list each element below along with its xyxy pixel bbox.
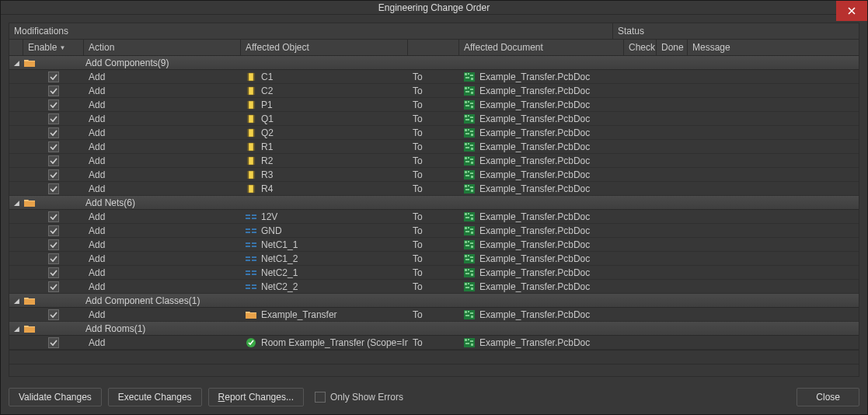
col-check[interactable]: Check bbox=[624, 40, 657, 55]
col-object[interactable]: Affected Object bbox=[241, 40, 408, 55]
col-enable[interactable]: Enable ▼ bbox=[23, 40, 84, 55]
svg-rect-18 bbox=[470, 103, 473, 104]
enable-checkbox[interactable] bbox=[48, 309, 59, 320]
object-name: R1 bbox=[261, 141, 273, 152]
report-changes-button[interactable]: Report Changes... bbox=[208, 388, 304, 406]
object-name: R2 bbox=[261, 155, 273, 166]
close-button[interactable]: Close bbox=[797, 388, 859, 406]
execute-changes-button[interactable]: Execute Changes bbox=[108, 388, 202, 406]
enable-checkbox[interactable] bbox=[48, 211, 59, 222]
enable-cell bbox=[23, 113, 84, 124]
svg-rect-41 bbox=[471, 148, 473, 150]
data-row[interactable]: AddR4ToExample_Transfer.PcbDoc bbox=[9, 182, 859, 196]
object-cell: Example_Transfer bbox=[241, 309, 408, 320]
svg-rect-107 bbox=[465, 339, 467, 341]
svg-rect-103 bbox=[465, 315, 469, 316]
group-row[interactable]: ◢Add Rooms(1) bbox=[9, 322, 859, 336]
svg-rect-3 bbox=[468, 73, 469, 75]
group-row[interactable]: ◢Add Component Classes(1) bbox=[9, 294, 859, 308]
svg-rect-62 bbox=[471, 190, 473, 192]
action-cell: Add bbox=[84, 141, 241, 152]
col-done[interactable]: Done bbox=[657, 40, 688, 55]
object-cell: NetC2_1 bbox=[241, 267, 408, 278]
window-title: Engineering Change Order bbox=[378, 2, 490, 13]
enable-checkbox[interactable] bbox=[48, 281, 59, 292]
enable-checkbox[interactable] bbox=[48, 85, 59, 96]
footer: Validate Changes Execute Changes Report … bbox=[1, 382, 867, 414]
svg-rect-40 bbox=[465, 147, 469, 148]
document-cell: Example_Transfer.PcbDoc bbox=[459, 253, 624, 264]
to-cell: To bbox=[408, 211, 459, 222]
validate-changes-button[interactable]: Validate Changes bbox=[9, 388, 102, 406]
close-window-button[interactable] bbox=[836, 1, 867, 21]
component-icon bbox=[246, 127, 256, 138]
data-row[interactable]: AddGNDToExample_Transfer.PcbDoc bbox=[9, 224, 859, 238]
svg-rect-42 bbox=[249, 157, 253, 165]
data-row[interactable]: AddR3ToExample_Transfer.PcbDoc bbox=[9, 168, 859, 182]
collapse-icon[interactable]: ◢ bbox=[12, 199, 20, 207]
group-row[interactable]: ◢Add Components(9) bbox=[9, 56, 859, 70]
data-row[interactable]: AddR1ToExample_Transfer.PcbDoc bbox=[9, 140, 859, 154]
svg-rect-32 bbox=[470, 131, 473, 132]
svg-rect-78 bbox=[470, 242, 473, 244]
data-row[interactable]: AddExample_TransferToExample_Transfer.Pc… bbox=[9, 308, 859, 322]
net-icon bbox=[246, 211, 256, 222]
enable-checkbox[interactable] bbox=[48, 337, 59, 348]
grid-body[interactable]: ◢Add Components(9)AddC1ToExample_Transfe… bbox=[9, 56, 859, 364]
net-icon bbox=[246, 239, 256, 250]
enable-checkbox[interactable] bbox=[48, 225, 59, 236]
enable-checkbox[interactable] bbox=[48, 71, 59, 82]
data-row[interactable]: AddQ1ToExample_Transfer.PcbDoc bbox=[9, 112, 859, 126]
col-action[interactable]: Action bbox=[84, 40, 241, 55]
data-row[interactable]: AddNetC1_2ToExample_Transfer.PcbDoc bbox=[9, 252, 859, 266]
data-row[interactable]: Add12VToExample_Transfer.PcbDoc bbox=[9, 210, 859, 224]
enable-checkbox[interactable] bbox=[48, 141, 59, 152]
pcbdoc-icon bbox=[464, 71, 475, 82]
enable-cell bbox=[23, 211, 84, 222]
enable-cell bbox=[23, 309, 84, 320]
enable-checkbox[interactable] bbox=[48, 155, 59, 166]
svg-rect-83 bbox=[468, 255, 469, 256]
enable-cell bbox=[23, 99, 84, 110]
svg-rect-56 bbox=[249, 185, 253, 193]
data-row[interactable]: AddC2ToExample_Transfer.PcbDoc bbox=[9, 84, 859, 98]
pcbdoc-icon bbox=[464, 113, 475, 124]
folder-icon bbox=[23, 197, 36, 208]
collapse-icon[interactable]: ◢ bbox=[12, 297, 20, 305]
data-row[interactable]: AddC1ToExample_Transfer.PcbDoc bbox=[9, 70, 859, 84]
enable-checkbox[interactable] bbox=[48, 253, 59, 264]
data-row[interactable]: AddNetC2_2ToExample_Transfer.PcbDoc bbox=[9, 280, 859, 294]
data-row[interactable]: AddRoom Example_Transfer (Scope=InComToE… bbox=[9, 336, 859, 350]
document-name: Example_Transfer.PcbDoc bbox=[479, 281, 590, 292]
component-icon bbox=[246, 113, 256, 124]
data-row[interactable]: AddNetC2_1ToExample_Transfer.PcbDoc bbox=[9, 266, 859, 280]
svg-rect-102 bbox=[470, 312, 473, 314]
enable-checkbox[interactable] bbox=[48, 113, 59, 124]
only-show-errors-option[interactable]: Only Show Errors bbox=[315, 392, 403, 403]
enable-checkbox[interactable] bbox=[48, 127, 59, 138]
only-show-errors-checkbox[interactable] bbox=[315, 392, 326, 403]
document-cell: Example_Transfer.PcbDoc bbox=[459, 309, 624, 320]
col-message[interactable]: Message bbox=[688, 40, 859, 55]
enable-cell bbox=[23, 225, 84, 236]
col-document[interactable]: Affected Document bbox=[459, 40, 624, 55]
data-row[interactable]: AddNetC1_1ToExample_Transfer.PcbDoc bbox=[9, 238, 859, 252]
collapse-icon[interactable]: ◢ bbox=[12, 325, 20, 333]
collapse-icon[interactable]: ◢ bbox=[12, 59, 20, 67]
group-row[interactable]: ◢Add Nets(6) bbox=[9, 196, 859, 210]
pcbdoc-icon bbox=[464, 127, 475, 138]
pcbdoc-icon bbox=[464, 225, 475, 236]
data-row[interactable]: AddR2ToExample_Transfer.PcbDoc bbox=[9, 154, 859, 168]
data-row[interactable]: AddP1ToExample_Transfer.PcbDoc bbox=[9, 98, 859, 112]
action-cell: Add bbox=[84, 337, 241, 348]
data-row[interactable]: AddQ2ToExample_Transfer.PcbDoc bbox=[9, 126, 859, 140]
svg-rect-89 bbox=[468, 269, 469, 270]
pcbdoc-icon bbox=[464, 309, 475, 320]
enable-checkbox[interactable] bbox=[48, 239, 59, 250]
enable-checkbox[interactable] bbox=[48, 183, 59, 194]
enable-checkbox[interactable] bbox=[48, 169, 59, 180]
enable-checkbox[interactable] bbox=[48, 267, 59, 278]
enable-checkbox[interactable] bbox=[48, 99, 59, 110]
svg-rect-38 bbox=[468, 143, 469, 145]
object-cell: NetC1_1 bbox=[241, 239, 408, 250]
